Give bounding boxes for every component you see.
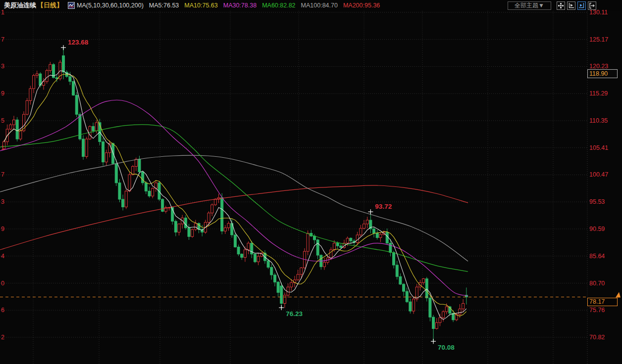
y-axis-label-clipped: 9 bbox=[0, 225, 4, 233]
candle-body bbox=[145, 183, 147, 191]
chart-mini-icon bbox=[68, 2, 75, 9]
y-axis-label: 80.70 bbox=[589, 279, 605, 287]
candle-body bbox=[254, 254, 256, 262]
y-axis-label: 130.11 bbox=[589, 8, 608, 16]
candle-body bbox=[211, 205, 213, 213]
y-axis-label-clipped: 0 bbox=[0, 279, 4, 287]
ma-line-MA5 bbox=[4, 71, 466, 319]
candle-body bbox=[142, 172, 144, 183]
y-axis-label-clipped: 1 bbox=[0, 8, 4, 16]
candle-body bbox=[95, 123, 98, 131]
candle-body bbox=[297, 274, 299, 280]
candle-body bbox=[307, 233, 309, 252]
y-axis-label-clipped: 3 bbox=[0, 198, 4, 206]
axis-left-icon[interactable] bbox=[567, 1, 575, 10]
candle-body bbox=[138, 159, 141, 172]
ma-legend: MA5:76.53MA10:75.63MA30:78.38MA60:82.82M… bbox=[144, 2, 380, 9]
candle-body bbox=[105, 153, 107, 162]
candle-body bbox=[316, 240, 319, 255]
y-axis-label: 115.29 bbox=[589, 90, 608, 97]
candle-body bbox=[188, 228, 190, 237]
candle-body bbox=[273, 275, 276, 282]
candle-body bbox=[350, 238, 352, 241]
candle-body bbox=[191, 229, 194, 236]
chart-area: 123.6893.7276.2370.08 130.11125.17120.23… bbox=[0, 11, 622, 364]
y-axis-label: 90.59 bbox=[589, 225, 605, 233]
candle-body bbox=[19, 131, 22, 139]
y-axis-label-clipped: 2 bbox=[0, 333, 4, 341]
y-axis-label: 95.53 bbox=[589, 198, 605, 206]
candle-body bbox=[413, 299, 415, 311]
candle-body bbox=[360, 228, 362, 235]
candle-body bbox=[409, 302, 412, 311]
ma-settings-label: MA(5,10,30,60,100,200) bbox=[77, 2, 144, 9]
candle-body bbox=[389, 243, 392, 253]
reference-price-box: 118.90 bbox=[587, 69, 618, 78]
candle-body bbox=[92, 127, 95, 131]
candle-body bbox=[241, 254, 243, 258]
candle-body bbox=[49, 64, 52, 70]
candle-body bbox=[207, 213, 210, 223]
candle-body bbox=[439, 318, 441, 322]
price-chart[interactable]: 123.6893.7276.2370.08 bbox=[0, 11, 622, 364]
candle-body bbox=[290, 282, 293, 287]
candle-body bbox=[445, 307, 448, 312]
candle-body bbox=[270, 267, 273, 275]
candle-body bbox=[323, 262, 325, 267]
candle-body bbox=[333, 243, 336, 250]
top-bar: 美原油连续 【日线】 MA(5,10,30,60,100,200) MA5:76… bbox=[0, 0, 622, 11]
candle-body bbox=[251, 243, 253, 254]
candle-body bbox=[122, 199, 124, 207]
candle-body bbox=[85, 139, 88, 156]
axis-right-icon[interactable] bbox=[577, 1, 586, 10]
candle-body bbox=[82, 139, 85, 156]
y-axis-label: 105.41 bbox=[589, 144, 608, 152]
candle-body bbox=[396, 265, 398, 276]
candle-body bbox=[178, 224, 180, 232]
candle-body bbox=[125, 191, 127, 207]
y-axis-label: 110.35 bbox=[589, 117, 608, 125]
candle-body bbox=[442, 312, 445, 318]
candle-body bbox=[386, 232, 388, 243]
candle-body bbox=[46, 71, 48, 82]
candle-body bbox=[224, 228, 226, 231]
y-axis-label-clipped: 4 bbox=[0, 252, 4, 260]
theme-dropdown[interactable]: 全部主题▼ bbox=[508, 1, 551, 10]
price-annotation: 70.08 bbox=[438, 344, 455, 351]
candle-body bbox=[184, 218, 187, 228]
ma-lines-layer bbox=[0, 71, 468, 319]
candle-body bbox=[283, 295, 286, 304]
candle-body bbox=[379, 234, 382, 238]
candle-body bbox=[429, 298, 431, 317]
candle-body bbox=[432, 317, 435, 328]
candle-body bbox=[26, 101, 28, 115]
candle-body bbox=[33, 76, 35, 89]
candle-body bbox=[174, 221, 177, 232]
candle-body bbox=[403, 284, 405, 291]
last-price-box: 78.17 bbox=[587, 298, 618, 306]
candle-body bbox=[277, 282, 279, 292]
y-axis-label-clipped: 7 bbox=[0, 171, 4, 179]
candle-body bbox=[214, 199, 216, 205]
y-axis-label-clipped: 9 bbox=[0, 90, 4, 97]
ma-legend-item: MA60:82.82 bbox=[262, 2, 295, 9]
candle-body bbox=[62, 56, 65, 72]
candle-body bbox=[9, 125, 12, 129]
candle-body bbox=[406, 291, 408, 302]
candle-body bbox=[247, 243, 250, 250]
candle-body bbox=[340, 246, 342, 247]
candle-body bbox=[135, 159, 137, 166]
pan-icon[interactable] bbox=[557, 1, 565, 10]
candle-body bbox=[148, 191, 151, 196]
candle-body bbox=[399, 276, 402, 284]
ma-line-MA10 bbox=[4, 74, 466, 316]
candle-body bbox=[376, 233, 378, 238]
y-axis-label: 75.76 bbox=[589, 306, 605, 314]
price-annotation: 93.72 bbox=[375, 203, 392, 210]
candle-body bbox=[36, 74, 38, 75]
candle-body bbox=[234, 235, 236, 247]
candle-body bbox=[373, 229, 375, 233]
last-price-arrow bbox=[616, 292, 621, 298]
price-annotation: 76.23 bbox=[286, 310, 303, 318]
y-axis-label: 70.82 bbox=[589, 333, 605, 341]
